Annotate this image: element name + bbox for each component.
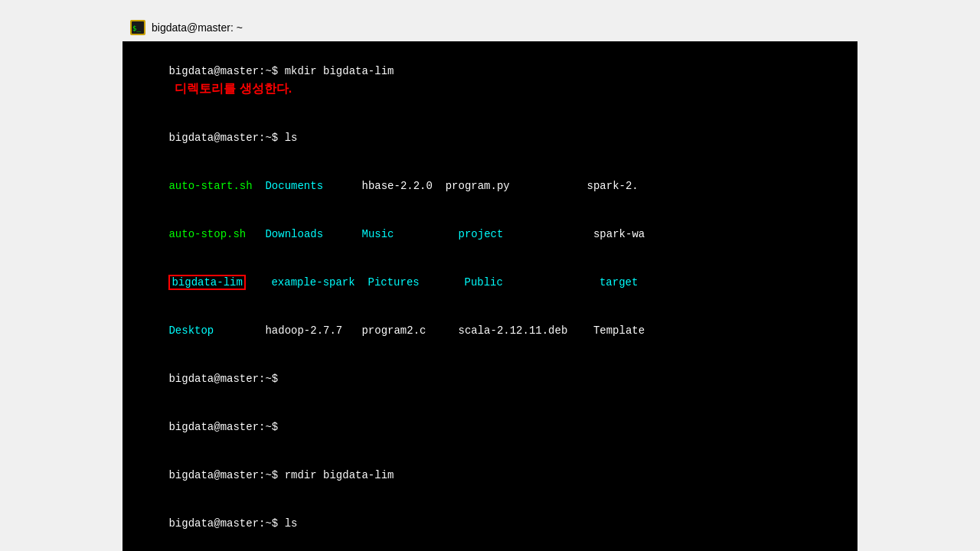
ls-output-row-4: Desktop hadoop-2.7.7 program2.c scala-2.… xyxy=(130,307,850,355)
empty-prompt-1: bigdata@master:~$ xyxy=(130,355,850,403)
window-wrapper: $_ bigdata@master: ~ bigdata@master:~$ m… xyxy=(122,15,858,551)
ls-output-row-2: auto-stop.sh Downloads Music project spa… xyxy=(130,210,850,259)
ls-output-row-1: auto-start.sh Documents hbase-2.2.0 prog… xyxy=(130,162,850,210)
title-bar-text: bigdata@master: ~ xyxy=(152,21,243,34)
title-bar: $_ bigdata@master: ~ xyxy=(122,15,858,40)
svg-text:$_: $_ xyxy=(132,24,141,32)
terminal[interactable]: bigdata@master:~$ mkdir bigdata-lim 디렉토리… xyxy=(122,41,858,551)
highlighted-bigdata-lim: bigdata-lim xyxy=(168,275,245,290)
ls2-output-row-1: auto-start.sh Documents hadoop-2.7.7 Pic… xyxy=(130,548,850,551)
ls-command-line-2: bigdata@master:~$ ls xyxy=(130,500,850,548)
empty-prompt-2: bigdata@master:~$ xyxy=(130,403,850,452)
annotation-top: 디렉토리를 생성한다. xyxy=(175,82,292,95)
rmdir-command-line: bigdata@master:~$ rmdir bigdata-lim xyxy=(130,452,850,500)
terminal-icon: $_ xyxy=(130,20,145,35)
mkdir-command-line: bigdata@master:~$ mkdir bigdata-lim 디렉토리… xyxy=(130,47,850,114)
ls-command-line-1: bigdata@master:~$ ls xyxy=(130,114,850,162)
ls-output-row-3: bigdata-lim example-spark Pictures Publi… xyxy=(130,259,850,307)
